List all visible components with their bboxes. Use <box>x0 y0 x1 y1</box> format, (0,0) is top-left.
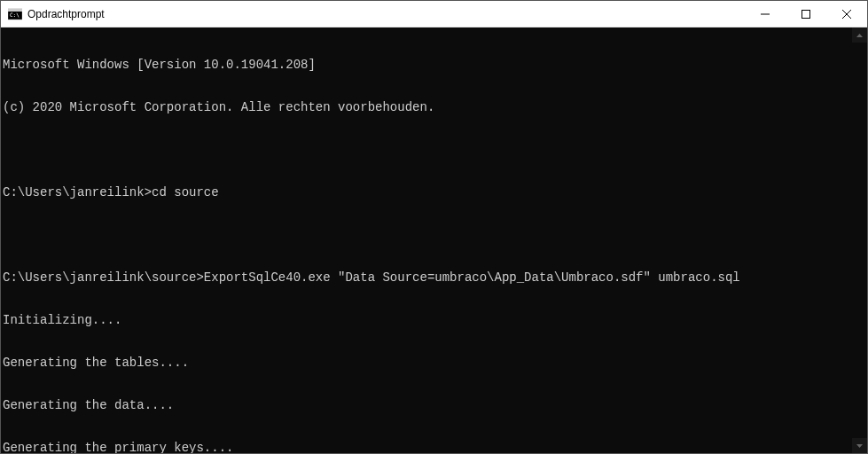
terminal-line: Generating the primary keys.... <box>3 441 852 453</box>
close-button[interactable] <box>826 1 867 27</box>
scrollbar-up-arrow-icon[interactable] <box>852 27 867 43</box>
terminal-line: Microsoft Windows [Version 10.0.19041.20… <box>3 58 852 72</box>
command-prompt-window: C:\ Opdrachtprompt <box>0 0 868 454</box>
terminal-line <box>3 143 852 157</box>
titlebar: C:\ Opdrachtprompt <box>1 1 867 27</box>
terminal-output[interactable]: Microsoft Windows [Version 10.0.19041.20… <box>1 27 852 453</box>
scrollbar-track[interactable] <box>852 43 867 438</box>
svg-marker-7 <box>856 34 863 37</box>
terminal-line: Generating the tables.... <box>3 356 852 370</box>
maximize-button[interactable] <box>786 1 826 27</box>
window-controls <box>745 1 867 27</box>
terminal-line: C:\Users\janreilink\source>ExportSqlCe40… <box>3 270 852 285</box>
command-prompt-icon: C:\ <box>8 7 22 21</box>
console-area: Microsoft Windows [Version 10.0.19041.20… <box>1 27 867 453</box>
minimize-button[interactable] <box>745 1 786 27</box>
window-title: Opdrachtprompt <box>27 8 745 20</box>
svg-rect-4 <box>802 10 810 18</box>
svg-marker-8 <box>856 444 863 448</box>
scrollbar-down-arrow-icon[interactable] <box>852 438 867 453</box>
terminal-line: Initializing.... <box>3 313 852 327</box>
terminal-line <box>3 228 852 242</box>
svg-text:C:\: C:\ <box>10 12 20 18</box>
terminal-line: (c) 2020 Microsoft Corporation. Alle rec… <box>3 100 852 114</box>
terminal-line: Generating the data.... <box>3 398 852 412</box>
terminal-line: C:\Users\janreilink>cd source <box>3 185 852 200</box>
vertical-scrollbar[interactable] <box>852 27 867 453</box>
